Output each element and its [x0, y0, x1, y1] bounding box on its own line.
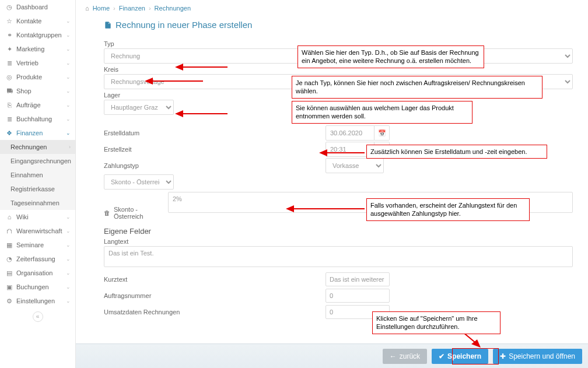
- zahlungstyp-select[interactable]: Vorkasse: [326, 158, 384, 173]
- users-icon: ⚭: [6, 31, 13, 38]
- arrow-kreis: [145, 75, 203, 87]
- crumb-finanzen[interactable]: Finanzen: [119, 5, 145, 12]
- arrow-datum: [319, 147, 365, 159]
- svg-marker-5: [175, 110, 183, 117]
- save-button[interactable]: ✔Speichern: [432, 349, 488, 364]
- sidebar-item-eingangsrechnungen[interactable]: Eingangsrechnungen: [0, 154, 75, 168]
- megaphone-icon: ✦: [6, 45, 13, 52]
- skonto-select[interactable]: Skonto - Österreich: [104, 174, 174, 190]
- sidebar-item-marketing[interactable]: ✦Marketing⌄: [0, 42, 75, 56]
- arrow-left-icon: ←: [390, 352, 397, 360]
- calendar-icon: ▣: [6, 283, 13, 290]
- sidebar-item-zeiterfassung[interactable]: ◔Zeiterfassung⌄: [0, 252, 75, 266]
- sidebar-item-buchhaltung[interactable]: ≣Buchhaltung⌄: [0, 112, 75, 126]
- sidebar-item-wiki[interactable]: ⌂Wiki⌄: [0, 210, 75, 224]
- sidebar-item-vertrieb[interactable]: ≣Vertrieb⌄: [0, 56, 75, 70]
- chevron-down-icon: ⌄: [66, 270, 71, 276]
- main: ⌂ Home › Finanzen › Rechnungen Rechnung …: [76, 0, 588, 368]
- auftragsnr-label: Auftragsnummer: [104, 292, 256, 299]
- chevron-down-icon: ⌄: [66, 228, 71, 234]
- sidebar-item-dashboard[interactable]: ◷Dashboard: [0, 0, 75, 14]
- sidebar-item-warenwirtschaft[interactable]: ⛫Warenwirtschaft⌄: [0, 224, 75, 238]
- svg-marker-3: [145, 78, 153, 85]
- chevron-down-icon: ⌄: [66, 242, 71, 248]
- sidebar-item-registrierkasse[interactable]: Registrierkasse: [0, 182, 75, 196]
- user-icon: ☆: [6, 17, 13, 24]
- arrow-typ: [175, 61, 228, 73]
- clock-icon: ◔: [6, 255, 13, 262]
- zahlungstyp-label: Zahlungstyp: [104, 162, 256, 169]
- sidebar-item-finanzen[interactable]: ❖Finanzen⌄: [0, 126, 75, 140]
- sidebar-collapse[interactable]: «: [0, 308, 75, 325]
- calendar-icon[interactable]: 📅: [374, 125, 390, 141]
- svg-marker-7: [319, 149, 327, 156]
- kurztext-label: Kurztext: [104, 276, 256, 283]
- footer-bar: ←zurück ✔Speichern ✚Speichern und öffnen: [76, 344, 588, 368]
- langtext-textarea[interactable]: Das ist ein Test.: [104, 246, 573, 267]
- lager-select[interactable]: Hauptlager Graz: [104, 100, 174, 115]
- callout-datum: Zusätzlich können Sie Erstelldatum und -…: [366, 145, 547, 159]
- arrow-zahlungstext: [286, 203, 365, 215]
- sidebar-item-rechnungen[interactable]: Rechnungen›: [0, 140, 75, 154]
- callout-lager: Sie können auswählen aus welchem Lager d…: [292, 101, 473, 124]
- sidebar-item-kontaktgruppen[interactable]: ⚭Kontaktgruppen⌄: [0, 28, 75, 42]
- clipboard-icon: ⎘: [6, 101, 13, 108]
- chevron-down-icon: ⌄: [66, 32, 71, 38]
- check-icon: ✔: [439, 352, 444, 360]
- callout-kreis: Je nach Typ, können Sie hier noch zwisch…: [292, 76, 542, 99]
- sidebar-item-kontakte[interactable]: ☆Kontakte⌄: [0, 14, 75, 28]
- presentation-icon: ▦: [6, 241, 13, 248]
- sidebar: ◷Dashboard ☆Kontakte⌄ ⚭Kontaktgruppen⌄ ✦…: [0, 0, 76, 368]
- page-title: Rechnung in neuer Phase erstellen: [104, 20, 579, 30]
- chevron-down-icon: ⌄: [66, 60, 71, 66]
- erstelldatum-input[interactable]: [326, 125, 374, 141]
- chevron-left-icon: «: [33, 311, 43, 322]
- chart-icon: ≣: [6, 59, 13, 66]
- chevron-down-icon: ⌄: [66, 256, 71, 262]
- skonto-row-label: 🗑 Skonto - Österreich: [104, 192, 162, 220]
- sidebar-item-organisation[interactable]: ▤Organisation⌄: [0, 266, 75, 280]
- chevron-down-icon: ⌄: [66, 116, 71, 122]
- kurztext-input[interactable]: [326, 272, 390, 286]
- callout-speichern: Klicken Sie auf "Speichern" um Ihre Eins…: [372, 311, 501, 334]
- chevron-down-icon: ⌄: [66, 102, 71, 108]
- chevron-right-icon: ›: [69, 144, 71, 150]
- cart-icon: ⛟: [6, 87, 13, 94]
- sidebar-item-shop[interactable]: ⛟Shop⌄: [0, 84, 75, 98]
- arrow-lager: [175, 108, 228, 120]
- trash-icon[interactable]: 🗑: [104, 209, 110, 216]
- chevron-down-icon: ⌄: [66, 130, 71, 136]
- sidebar-item-tageseinnahmen[interactable]: Tageseinnahmen: [0, 196, 75, 210]
- plus-icon: ✚: [500, 352, 506, 360]
- box-icon: ⛫: [6, 227, 13, 234]
- svg-marker-9: [286, 205, 294, 212]
- crumb-rechnungen[interactable]: Rechnungen: [155, 5, 191, 12]
- crumb-home[interactable]: Home: [93, 5, 110, 12]
- erstellzeit-label: Erstellzeit: [104, 146, 256, 153]
- sidebar-item-einnahmen[interactable]: Einnahmen: [0, 168, 75, 182]
- book-icon: ≣: [6, 115, 13, 122]
- money-icon: ❖: [6, 129, 13, 136]
- sidebar-item-buchungen[interactable]: ▣Buchungen⌄: [0, 280, 75, 294]
- umsatz-label: Umsatzdaten Rechnungen: [104, 309, 256, 316]
- chevron-down-icon: ⌄: [66, 284, 71, 290]
- chevron-down-icon: ⌄: [66, 18, 71, 24]
- sidebar-item-auftraege[interactable]: ⎘Aufträge⌄: [0, 98, 75, 112]
- svg-marker-1: [175, 64, 183, 71]
- tag-icon: ◎: [6, 73, 13, 80]
- hat-icon: ⌂: [6, 213, 13, 220]
- back-button[interactable]: ←zurück: [383, 349, 427, 364]
- save-open-button[interactable]: ✚Speichern und öffnen: [493, 349, 582, 364]
- langtext-label: Langtext: [104, 238, 573, 245]
- sidebar-item-einstellungen[interactable]: ⚙Einstellungen⌄: [0, 294, 75, 308]
- chevron-down-icon: ⌄: [66, 74, 71, 80]
- home-icon: ⌂: [85, 5, 89, 12]
- sidebar-item-produkte[interactable]: ◎Produkte⌄: [0, 70, 75, 84]
- chevron-down-icon: ⌄: [66, 46, 71, 52]
- chevron-down-icon: ⌄: [66, 88, 71, 94]
- chevron-down-icon: ⌄: [66, 214, 71, 220]
- org-icon: ▤: [6, 269, 13, 276]
- sidebar-item-seminare[interactable]: ▦Seminare⌄: [0, 238, 75, 252]
- callout-zahlungstext: Falls vorhanden, erscheint der Zahlungst…: [366, 198, 530, 221]
- auftragsnr-input[interactable]: [326, 289, 390, 303]
